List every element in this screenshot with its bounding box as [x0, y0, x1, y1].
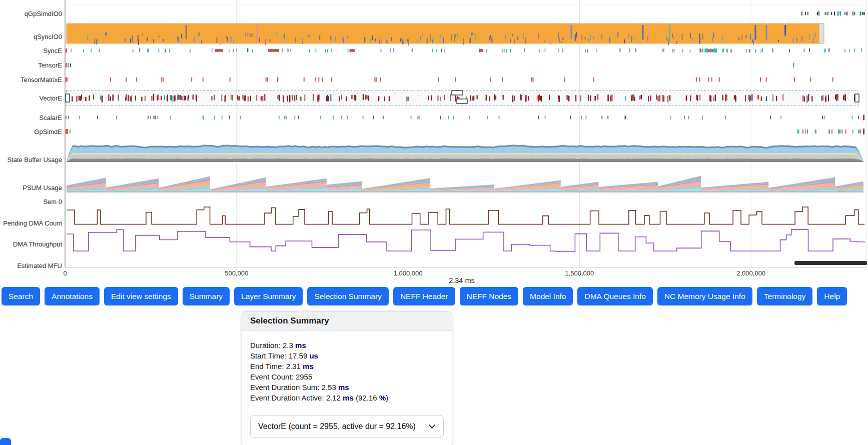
- row-label-scalare: ScalarE: [39, 114, 62, 122]
- trace-synce: [66, 48, 862, 53]
- row-label-qsyncio0: qSyncIO0: [34, 33, 62, 40]
- trace-tensormatrixe: [66, 78, 833, 82]
- toolbar-button-nc-memory-usage-info[interactable]: NC Memory Usage Info: [657, 287, 752, 306]
- toolbar-button-layer-summary[interactable]: Layer Summary: [234, 287, 303, 306]
- trace-tensore: [66, 63, 794, 68]
- trace-qsyncio0: [67, 24, 824, 46]
- timeline-chart[interactable]: 0500,0001,000,0001,500,0002,000,0002.34 …: [0, 0, 868, 285]
- row-label-state-buffer-usage: State Buffer Usage: [7, 156, 62, 164]
- stat-text: Event Count: 2955: [250, 372, 312, 381]
- row-label-psum-usage: PSUM Usage: [23, 184, 62, 192]
- trace-estimated-mfu: [794, 261, 867, 265]
- panel-body: Duration: 2.3 msStart Time: 17.59 usEnd …: [242, 331, 452, 445]
- partial-button[interactable]: [0, 438, 11, 445]
- chevron-down-icon: [428, 424, 436, 429]
- engine-select-dropdown[interactable]: VectorE (count = 2955, active dur = 92.1…: [250, 415, 444, 438]
- panel-title: Selection Summary: [242, 312, 452, 331]
- x-axis-tick-label: 500,000: [225, 270, 248, 277]
- toolbar-button-terminology[interactable]: Terminology: [757, 287, 813, 306]
- toolbar-button-dma-queues-info[interactable]: DMA Queues Info: [577, 287, 652, 306]
- trace-vectore: [66, 90, 859, 106]
- summary-stat: Event Duration Sum: 2.53 ms: [250, 382, 444, 392]
- summary-stats: Duration: 2.3 msStart Time: 17.59 usEnd …: [250, 340, 444, 403]
- summary-stat: Duration: 2.3 ms: [250, 340, 444, 350]
- stat-text: Event Duration Active: 2.12: [250, 394, 343, 402]
- trace-scalare: [66, 115, 864, 120]
- summary-stat: Event Duration Active: 2.12 ms (92.16 %): [250, 392, 444, 403]
- toolbar-button-search[interactable]: Search: [2, 287, 40, 306]
- x-axis-tick-label: 2,000,000: [736, 270, 765, 277]
- stat-unit: %: [379, 394, 386, 402]
- profiler-app: 0500,0001,000,0001,500,0002,000,0002.34 …: [0, 0, 868, 445]
- toolbar-button-neff-header[interactable]: NEFF Header: [393, 287, 455, 306]
- row-label-tensormatrixe: TensorMatrixE: [21, 76, 62, 84]
- toolbar-button-annotations[interactable]: Annotations: [45, 287, 100, 306]
- stat-unit: ms: [303, 362, 314, 370]
- trace-dma-throughput: [67, 230, 865, 252]
- row-label-tensore: TensorE: [38, 62, 62, 69]
- summary-stat: Event Count: 2955: [250, 372, 444, 382]
- stat-unit: ms: [295, 341, 306, 350]
- x-axis-tick-label: 1,000,000: [394, 270, 423, 277]
- summary-stat: End Time: 2.31 ms: [250, 361, 444, 372]
- toolbar-button-neff-nodes[interactable]: NEFF Nodes: [460, 287, 519, 306]
- row-label-synce: SyncE: [43, 47, 62, 54]
- selection-summary-panel: Selection Summary Duration: 2.3 msStart …: [242, 311, 452, 445]
- engine-select-label: VectorE (count = 2955, active dur = 92.1…: [258, 422, 416, 431]
- stat-text: ): [386, 394, 388, 402]
- stat-unit: ms: [338, 383, 349, 392]
- stat-text: Event Duration Sum: 2.53: [250, 383, 338, 392]
- trace-qgpsimdio0: [801, 12, 865, 16]
- stat-text: (92.16: [354, 394, 379, 402]
- row-label-dma-throughput: DMA Throughput: [13, 240, 62, 248]
- trace-psum-usage: [67, 176, 863, 192]
- toolbar-button-selection-summary[interactable]: Selection Summary: [307, 287, 388, 306]
- toolbar-button-edit-view-settings[interactable]: Edit view settings: [104, 287, 178, 306]
- toolbar-button-model-info[interactable]: Model Info: [523, 287, 573, 306]
- row-labels: qGpSimdIO0qSyncIO0SyncETensorETensorMatr…: [3, 10, 62, 270]
- row-label-sem-0: Sem 0: [43, 198, 62, 206]
- trace-gpsimde: [66, 128, 864, 134]
- stat-text: Duration: 2.3: [250, 341, 295, 350]
- stat-unit: ms: [343, 394, 354, 402]
- stat-text: Start Time: 17.59: [250, 352, 309, 360]
- timeline-traces: [66, 12, 867, 265]
- toolbar-button-summary[interactable]: Summary: [183, 287, 230, 306]
- row-label-vectore: VectorE: [39, 94, 62, 102]
- row-label-pending-dma-count: Pending DMA Count: [3, 220, 62, 227]
- stat-unit: us: [309, 352, 318, 360]
- toolbar: SearchAnnotationsEdit view settingsSumma…: [2, 287, 847, 306]
- stat-text: End Time: 2.31: [250, 362, 303, 370]
- row-label-gpsimde: GpSimdE: [34, 128, 62, 136]
- toolbar-button-help[interactable]: Help: [817, 287, 847, 306]
- summary-stat: Start Time: 17.59 us: [250, 350, 444, 361]
- trace-pending-dma-count: [67, 207, 864, 224]
- trace-state-buffer-usage: [67, 144, 863, 162]
- row-label-qgpsimdio0: qGpSimdIO0: [25, 10, 62, 18]
- row-label-estimated-mfu: Estimated MFU: [17, 262, 62, 270]
- timeline-svg[interactable]: 0500,0001,000,0001,500,0002,000,0002.34 …: [0, 0, 868, 285]
- x-axis-tick-label: 1,500,000: [565, 270, 594, 277]
- duration-label: 2.34 ms: [449, 276, 475, 284]
- x-axis-tick-label: 0: [63, 270, 67, 277]
